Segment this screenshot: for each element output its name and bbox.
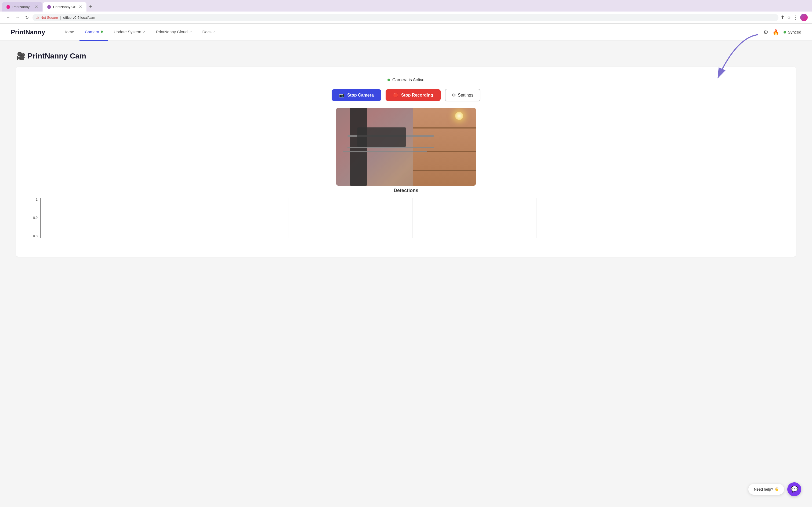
page-title: 🎥 PrintNanny Cam (16, 52, 796, 60)
chart-y-labels: 1 0.9 0.8 (27, 198, 38, 238)
settings-icon[interactable]: ⚙ (763, 29, 768, 36)
synced-dot (783, 31, 786, 34)
header-right: ⚙ 🔥 Synced (763, 29, 801, 36)
camera-feed (336, 108, 476, 186)
chart-col-1 (40, 198, 164, 238)
tab1-close[interactable]: ✕ (35, 4, 38, 9)
address-separator: | (60, 15, 61, 19)
nav-printnanny-cloud[interactable]: PrintNanny Cloud ↗ (151, 23, 197, 41)
tab1-label: PrintNanny (12, 5, 30, 9)
nav-camera[interactable]: Camera (80, 23, 108, 41)
tab-1[interactable]: PrintNanny ✕ (2, 2, 42, 11)
chart-col-6 (661, 198, 785, 238)
camera-status-dot (388, 78, 390, 81)
nav-links: Home Camera Update System ↗ PrintNanny C… (58, 23, 763, 41)
stop-recording-button[interactable]: 🔴 Stop Recording (386, 89, 441, 101)
printer-rod-3 (343, 151, 427, 152)
nav-update-system[interactable]: Update System ↗ (108, 23, 151, 41)
camera-controls: 📷 Stop Camera 🔴 Stop Recording ⚙ Setting… (27, 89, 785, 101)
settings-label: Settings (458, 93, 473, 98)
nav-cloud-label: PrintNanny Cloud (156, 30, 188, 34)
stop-camera-icon: 📷 (339, 93, 345, 98)
browser-menu-icon[interactable]: ⋮ (793, 14, 798, 20)
camera-feed-image (336, 108, 476, 186)
printer-rod-2 (348, 147, 434, 148)
tab2-favicon (47, 5, 51, 9)
y-label-1: 1 (36, 198, 38, 202)
browser-toolbar: ← → ↻ ⚠ Not Secure | office-v0-6.local/c… (0, 11, 812, 23)
chart-col-3 (288, 198, 413, 238)
chart-container: 1 0.9 0.8 (27, 198, 785, 246)
tab1-favicon (6, 5, 10, 9)
docs-ext-icon: ↗ (213, 30, 216, 34)
detections-title: Detections (27, 188, 785, 193)
chat-button[interactable]: 💬 (787, 482, 801, 494)
chart-col-5 (537, 198, 661, 238)
chat-bubble: Need help? 👋 (748, 484, 784, 494)
camera-status-label: Camera is Active (392, 77, 424, 82)
tab-2[interactable]: PrintNanny OS ✕ (43, 2, 87, 11)
back-button[interactable]: ← (4, 14, 12, 21)
nav-home[interactable]: Home (58, 23, 80, 41)
tab2-label: PrintNanny OS (53, 5, 77, 9)
forward-button[interactable]: → (14, 14, 21, 21)
update-ext-icon: ↗ (143, 30, 145, 34)
tab2-close[interactable]: ✕ (79, 4, 82, 9)
profile-avatar[interactable] (800, 14, 808, 21)
toolbar-icons: ⬆ ☆ ⋮ (780, 14, 808, 21)
chat-icon: 💬 (791, 486, 798, 493)
stop-recording-icon: 🔴 (393, 93, 399, 98)
browser-tabs: PrintNanny ✕ PrintNanny OS ✕ + (0, 0, 812, 11)
synced-badge: Synced (783, 30, 801, 34)
stop-camera-button[interactable]: 📷 Stop Camera (332, 89, 381, 101)
refresh-button[interactable]: ↻ (23, 14, 30, 21)
new-tab-button[interactable]: + (87, 3, 95, 11)
detections-section: Detections 1 0.9 0.8 (27, 188, 785, 246)
cloud-ext-icon: ↗ (189, 30, 192, 34)
security-label: Not Secure (41, 15, 58, 19)
browser-chrome: PrintNanny ✕ PrintNanny OS ✕ + ← → ↻ ⚠ N… (0, 0, 812, 23)
camera-active-dot (101, 31, 103, 33)
nav-camera-label: Camera (85, 30, 99, 34)
chart-col-2 (164, 198, 289, 238)
nav-docs[interactable]: Docs ↗ (197, 23, 221, 41)
camera-card: Camera is Active 📷 Stop Camera 🔴 Stop Re… (16, 67, 796, 257)
printer-overlay (336, 108, 476, 186)
stop-camera-label: Stop Camera (347, 93, 374, 98)
fire-icon[interactable]: 🔥 (772, 29, 779, 36)
nav-docs-label: Docs (202, 30, 212, 34)
stop-recording-label: Stop Recording (401, 93, 433, 98)
logo[interactable]: PrintNanny (11, 29, 45, 36)
security-indicator: ⚠ Not Secure (36, 15, 58, 19)
settings-gear-icon: ⚙ (452, 93, 456, 98)
bookmark-icon[interactable]: ☆ (787, 14, 791, 20)
settings-button[interactable]: ⚙ Settings (445, 89, 480, 101)
y-label-3: 0.8 (33, 234, 38, 238)
chart-area (40, 198, 785, 238)
page-content: 🎥 PrintNanny Cam Camera is Active 📷 Stop… (0, 41, 812, 494)
chat-widget: Need help? 👋 💬 (748, 482, 801, 494)
chat-bubble-text: Need help? 👋 (754, 487, 779, 492)
address-bar[interactable]: ⚠ Not Secure | office-v0-6.local/cam (33, 14, 778, 21)
synced-label: Synced (788, 30, 801, 34)
chart-col-4 (413, 198, 537, 238)
app-header: PrintNanny Home Camera Update System ↗ P… (0, 23, 812, 41)
camera-status: Camera is Active (27, 77, 785, 82)
share-icon[interactable]: ⬆ (780, 14, 784, 20)
y-label-2: 0.9 (33, 216, 38, 220)
nav-home-label: Home (63, 30, 74, 34)
url-text: office-v0-6.local/cam (63, 15, 95, 19)
nav-update-label: Update System (114, 30, 141, 34)
printer-head (357, 127, 406, 147)
